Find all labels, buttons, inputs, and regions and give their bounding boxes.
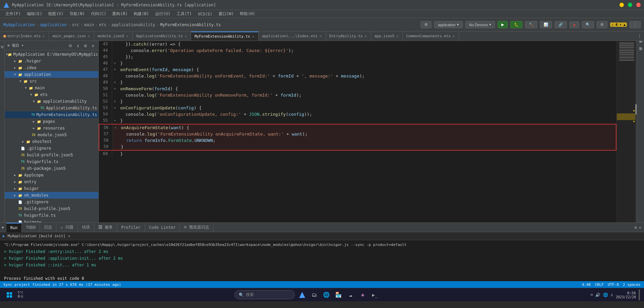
tab-module-json5[interactable]: module.json5 ✕ [94,32,133,41]
fold-marker[interactable]: ▼ [112,66,118,73]
tab-close-icon[interactable]: ✕ [364,34,367,38]
menu-build[interactable]: 构建(B) [131,10,152,17]
tab-todo[interactable]: TODO [22,223,40,232]
tab-entry-ability[interactable]: EntryAbility.ts ✕ [326,32,371,41]
run-play-icon[interactable]: ▶ [3,234,5,238]
tree-item-hvigor2[interactable]: ▶ 📁 hvigor [5,185,98,192]
code-scroll-area[interactable]: 43 }).catch((error) => { 44 console.erro… [99,41,616,222]
tab-application-index[interactable]: application\...\Index.ets ✕ [259,32,326,41]
tree-item-gitignore2[interactable]: ▶ 📄 .gitignore [5,199,98,205]
tree-item-applicationability-ts[interactable]: ▶ TS ApplicationAbility.ts [5,105,98,111]
sidebar-close-btn[interactable]: ✕ [90,42,96,49]
menu-run[interactable]: 运行(U) [152,10,173,17]
weather-widget[interactable]: 5°C 多云 [17,291,24,299]
minimap-scrollbar-thumb[interactable] [635,104,637,114]
taskbar-app-terminal[interactable]: ▶_ [370,290,379,300]
tab-close-icon[interactable]: ✕ [87,34,91,38]
tab-services[interactable]: ☰ 服务 [94,223,117,232]
menu-help[interactable]: 帮助(H) [237,10,258,17]
taskbar-app-ide[interactable]: ◈ [358,290,367,300]
menu-view[interactable]: 视图(V) [45,10,66,17]
settings2-button[interactable]: ⚙ [597,21,607,28]
run-button[interactable]: ▶ [498,21,508,28]
tree-item-application[interactable]: ▼ 📁 application [5,71,98,78]
tab-problems[interactable]: ⚠ 问题 [56,223,78,232]
fold-marker[interactable]: ▼ [112,60,118,66]
tree-item-appscope[interactable]: ▶ 📁 AppScope [5,172,98,178]
tab-main-pages[interactable]: main_pages.json ✕ [49,32,94,41]
tree-item-hvigorfile[interactable]: ▶ TS hvigorfile.ts [5,158,98,165]
taskbar-app-edge[interactable]: 🌐 [322,290,331,300]
sidebar-settings-btn[interactable]: ⚙ [83,42,88,49]
run-close-icon[interactable]: ✕ [68,234,71,238]
tab-myform-extension[interactable]: MyFormExtensionAbility.ts ✕ [191,32,259,41]
show-desktop-button[interactable] [639,290,640,300]
tab-code-linter[interactable]: Code Linter [145,223,180,232]
breadcrumb-module[interactable]: application [40,22,66,27]
menu-edit[interactable]: 编辑(E) [24,10,45,17]
tree-item-applicationability[interactable]: ▼ 📁 applicationability [5,98,98,105]
tab-close-icon[interactable]: ✕ [184,34,187,38]
tree-item-main[interactable]: ▼ 📁 main [5,85,98,91]
tab-close-icon[interactable]: ✕ [126,34,129,38]
taskbar-app-cloud[interactable]: ☁ [346,290,355,300]
panel-close-icon[interactable]: ✕ [639,225,641,230]
tree-item-hvigorw[interactable]: ▶ 📄 hvigorw [5,219,98,222]
tree-item-module-json5[interactable]: ▶ JS module.json5 [5,132,98,138]
tree-item-pages[interactable]: ▶ 📁 pages [5,118,98,125]
search-everywhere-button[interactable]: 🔍 [582,21,594,28]
tab-close-icon[interactable]: ✕ [42,34,45,38]
tab-entry-index[interactable]: entry\Index.ets ✕ [0,32,49,41]
tab-overflow-button[interactable]: ⋮ [637,34,642,39]
tree-item-build-profile2[interactable]: ▶ JS build-profile.json5 [5,205,98,212]
maximize-button[interactable] [628,3,632,7]
notifications-icon[interactable]: 通知 [637,42,644,49]
fold-marker[interactable]: ▼ [112,86,118,92]
settings-gear-icon[interactable]: ⚙ [635,225,637,230]
tree-item-ets[interactable]: ▼ 📁 ets [5,91,98,98]
fold-marker[interactable]: ▼ [112,117,118,124]
sidebar-sort-btn[interactable]: ↕ [75,42,81,49]
start-button[interactable] [4,290,15,300]
tab-common-components[interactable]: CommonComponents.ets ✕ [403,32,459,41]
tree-item-oh-package[interactable]: ▶ JS oh-package.json5 [5,165,98,172]
tree-item-myform-ts[interactable]: ▶ TS MyFormExtensionAbility.ts [5,111,98,118]
tab-close-icon[interactable]: ✕ [319,34,322,38]
bookmarks-icon[interactable]: 书签 [637,50,644,56]
breadcrumb-app[interactable]: MyApplication [3,22,35,27]
tree-item-hvigorfile2[interactable]: ▶ TS hvigorfile.ts [5,212,98,219]
tree-item-ohostest[interactable]: ▶ 📁 ohosTest [5,138,98,145]
tab-app-json5[interactable]: app.json5 ✕ [371,32,403,41]
tree-item-root[interactable]: ▼ 📁 MyApplication E:\HarmonyOS\MyApplica… [5,51,98,58]
tab-profiler[interactable]: Profiler [117,223,145,232]
profile-button[interactable]: 📊 [540,21,552,28]
taskbar-app-store[interactable]: 🏪 [334,290,343,300]
fold-marker[interactable]: ▼ [112,79,118,86]
tree-item-src[interactable]: ▼ 📁 src [5,78,98,85]
tab-close-icon[interactable]: ✕ [452,34,455,38]
tree-item-hvigor[interactable]: ▶ 📁 .hvigor [5,58,98,64]
tree-item-resources[interactable]: ▶ 📁 resources [5,125,98,132]
tree-item-gitignore[interactable]: ▶ 📄 .gitignore [5,145,98,152]
menu-nav[interactable]: 导航(N) [67,10,88,17]
menu-tools[interactable]: 工具(T) [174,10,195,17]
tab-application-ability[interactable]: ApplicationAbility.ts ✕ [133,32,191,41]
taskbar-search-box[interactable]: 🔍 搜索 [234,290,295,299]
tab-close-icon[interactable]: ✕ [396,34,399,38]
fold-marker[interactable]: ▼ [112,105,118,111]
minimize-button[interactable] [619,3,624,7]
devices-button[interactable]: No Devices ▾ [465,21,495,28]
build-button[interactable]: 🔨 [525,21,537,28]
app-selector-button[interactable]: application ▾ [434,21,463,28]
more-button[interactable]: ⋮ [630,21,641,28]
tab-result[interactable]: 结语 [78,223,94,232]
tab-log[interactable]: 日志 [40,223,56,232]
tree-item-idea[interactable]: ▶ 📁 .idea [5,64,98,71]
sidebar-collapse-btn[interactable]: ⊟ [67,42,73,49]
attach-button[interactable]: 🔗 [555,21,567,28]
menu-vcs[interactable]: VCS(S) [195,11,215,17]
taskbar-app-file-explorer[interactable]: 🗂 [310,290,319,300]
tree-item-oh-modules[interactable]: ▶ 📁 oh_modules [5,192,98,199]
taskbar-app-harmony[interactable] [297,290,307,300]
menu-file[interactable]: 文件(F) [3,10,24,17]
